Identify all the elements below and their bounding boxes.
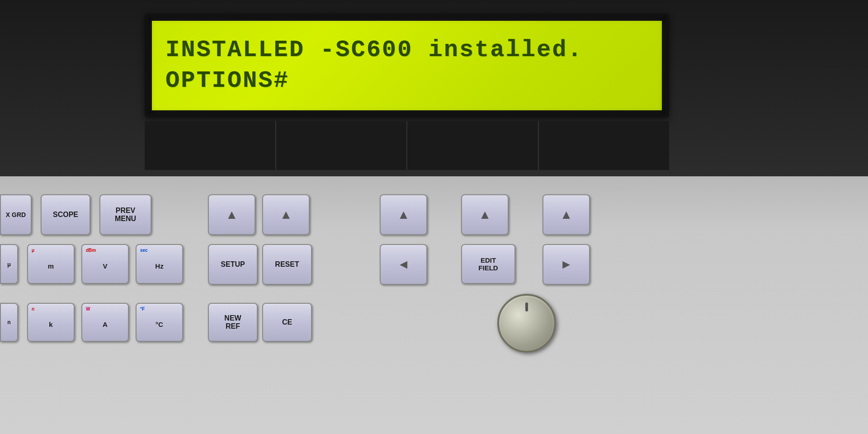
lcd-line-2: OPTIONS# xyxy=(165,66,648,96)
v-unit-button[interactable]: dBm V xyxy=(81,244,129,284)
softkey-section-1[interactable] xyxy=(145,121,276,170)
m-unit-button[interactable]: μ m xyxy=(27,244,75,284)
softkey-section-4[interactable] xyxy=(539,121,670,170)
top-panel: INSTALLED -SC600 installed. OPTIONS# xyxy=(0,0,868,181)
xgrd-button[interactable]: X GRD xyxy=(0,194,32,235)
ce-button[interactable]: CE xyxy=(262,303,312,342)
softkey-bar xyxy=(145,121,669,170)
hz-unit-button[interactable]: sec Hz xyxy=(136,244,183,284)
a-unit-button[interactable]: W A xyxy=(81,303,129,342)
up-arrow-5-button[interactable]: ▲ xyxy=(542,194,590,235)
reset-button[interactable]: RESET xyxy=(262,244,312,285)
keyboard-panel: X GRD SCOPE PREV MENU ▲ ▲ ▲ ▲ ▲ μ xyxy=(0,176,868,434)
up-arrow-2-button[interactable]: ▲ xyxy=(262,194,310,235)
up-arrow-1-button[interactable]: ▲ xyxy=(208,194,255,235)
celsius-unit-button[interactable]: °F °C xyxy=(136,303,183,342)
partial-left-button[interactable]: μ xyxy=(0,244,18,284)
softkey-section-3[interactable] xyxy=(407,121,539,170)
device-body: INSTALLED -SC600 installed. OPTIONS# X G… xyxy=(0,0,868,434)
up-arrow-3-button[interactable]: ▲ xyxy=(380,194,427,235)
lcd-line-1: INSTALLED -SC600 installed. xyxy=(165,35,648,66)
lcd-container: INSTALLED -SC600 installed. OPTIONS# xyxy=(145,14,669,118)
left-arrow-button[interactable]: ◄ xyxy=(380,244,427,285)
edit-field-button[interactable]: EDIT FIELD xyxy=(461,244,515,284)
partial-left-2-button[interactable]: n xyxy=(0,303,18,342)
k-unit-button[interactable]: n k xyxy=(27,303,75,342)
rotary-knob[interactable] xyxy=(497,294,556,353)
scope-button[interactable]: SCOPE xyxy=(41,194,90,235)
up-arrow-4-button[interactable]: ▲ xyxy=(461,194,509,235)
setup-button[interactable]: SETUP xyxy=(208,244,258,285)
new-ref-button[interactable]: NEW REF xyxy=(208,303,258,342)
right-arrow-button[interactable]: ► xyxy=(542,244,590,285)
lcd-screen: INSTALLED -SC600 installed. OPTIONS# xyxy=(152,21,662,110)
prev-menu-button[interactable]: PREV MENU xyxy=(99,194,151,235)
softkey-section-2[interactable] xyxy=(276,121,408,170)
